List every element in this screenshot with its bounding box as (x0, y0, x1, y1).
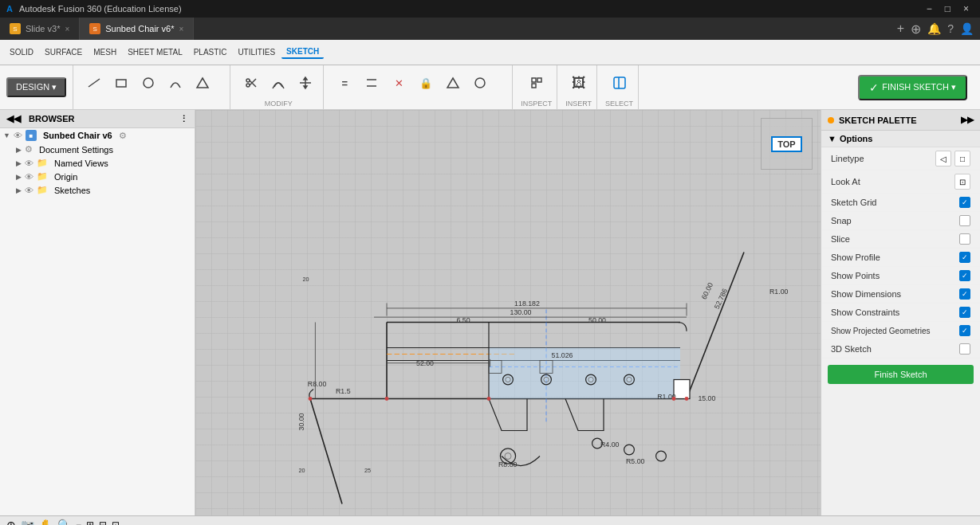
eye-icon-sketches[interactable]: 👁 (25, 186, 33, 195)
browser-item-doc-settings[interactable]: ▶ ⚙ Document Settings (0, 143, 195, 156)
constraint-lock[interactable]: 🔒 (413, 67, 439, 99)
bottom-zoomfit-icon[interactable]: − (76, 519, 81, 526)
palette-check-show-dimensions[interactable] (959, 288, 970, 300)
browser-collapse-icon[interactable]: ◀◀ (6, 113, 21, 124)
linetype-btn-2[interactable]: □ (954, 151, 970, 167)
bottom-grid2-icon[interactable]: ⊟ (99, 519, 107, 526)
insert-label: INSERT (565, 100, 592, 108)
modify-group: MODIFY (234, 65, 324, 109)
palette-check-3d-sketch[interactable] (959, 343, 970, 355)
browser-item-origin[interactable]: ▶ 👁 📁 Origin (0, 170, 195, 183)
svg-point-86 (685, 397, 689, 401)
options-collapse-icon: ▼ (828, 134, 836, 143)
tab-menu-button[interactable]: ⊕ (911, 22, 921, 37)
svg-point-18 (475, 78, 485, 88)
constraint-circle2[interactable] (467, 67, 493, 99)
move-tool[interactable] (293, 67, 318, 99)
expand-arrow-doc: ▶ (16, 146, 22, 154)
browser-item-named-views[interactable]: ▶ 👁 📁 Named Views (0, 156, 195, 170)
inspect-tool[interactable] (524, 67, 549, 99)
svg-text:R8.80: R8.80 (498, 460, 518, 468)
ribbon-solid[interactable]: SOLID (5, 46, 38, 58)
rectangle-tool[interactable] (108, 67, 134, 99)
eye-icon-views[interactable]: 👁 (25, 159, 33, 168)
browser-pin-icon[interactable]: ⋮ (179, 114, 188, 124)
ribbon-sketch[interactable]: SKETCH (281, 45, 324, 59)
constraint-equal[interactable]: = (332, 67, 357, 99)
offset-tool[interactable] (266, 67, 291, 99)
scissors-tool[interactable] (238, 67, 264, 99)
bottom-grid1-icon[interactable]: ⊞ (86, 519, 94, 526)
eye-icon-origin[interactable]: 👁 (25, 172, 33, 182)
view-cube-top-label[interactable]: TOP (771, 136, 801, 152)
palette-check-sketch-grid[interactable] (959, 197, 970, 208)
new-tab-button[interactable]: + (897, 22, 904, 36)
account-button[interactable]: 👤 (960, 22, 974, 35)
lookat-btn[interactable]: ⊡ (954, 174, 970, 190)
minimize-button[interactable]: − (922, 3, 937, 14)
sunbed-settings-icon[interactable]: ⚙ (119, 131, 127, 141)
bottom-zoom-icon[interactable]: 🔍 (57, 519, 71, 526)
line-tool[interactable] (81, 67, 107, 99)
ribbon-mesh[interactable]: MESH (89, 46, 121, 58)
view-cube[interactable]: TOP (761, 118, 813, 170)
palette-expand-icon[interactable]: ▶▶ (961, 115, 974, 125)
svg-marker-14 (304, 86, 307, 88)
palette-check-show-points[interactable] (959, 270, 970, 281)
restore-button[interactable]: □ (940, 3, 955, 14)
palette-title: SKETCH PALETTE (839, 116, 917, 125)
svg-point-89 (672, 397, 676, 401)
tab-sunbed[interactable]: S Sunbed Chair v6* × (80, 18, 194, 40)
bottom-grid3-icon[interactable]: ⊡ (112, 519, 120, 526)
expand-arrow-sunbed: ▼ (3, 131, 10, 139)
browser-item-sketches[interactable]: ▶ 👁 📁 Sketches (0, 183, 195, 197)
svg-point-87 (309, 397, 313, 401)
palette-check-show-projected[interactable] (959, 325, 970, 336)
palette-check-slice[interactable] (959, 233, 970, 245)
insert-tool[interactable]: 🖼 (566, 67, 592, 99)
browser-item-label-sunbed: Sunbed Chair v6 (43, 131, 112, 140)
ribbon-utilities[interactable]: UTILITIES (233, 46, 280, 58)
tab-sunbed-close[interactable]: × (179, 25, 184, 33)
tab-slide[interactable]: S Slide v3* × (0, 18, 80, 40)
linetype-btn-1[interactable]: ◁ (935, 151, 951, 167)
eye-icon-sunbed[interactable]: 👁 (14, 131, 22, 140)
constraint-triangle[interactable] (440, 67, 466, 99)
bottom-crosshair-icon[interactable]: ⊕ (6, 519, 16, 526)
arc-tool[interactable] (163, 67, 188, 99)
svg-text:50.00: 50.00 (588, 316, 606, 324)
finish-sketch-check-icon: ✓ (869, 81, 879, 94)
bottom-camera-icon[interactable]: 📷 (21, 519, 34, 526)
palette-finish-sketch-button[interactable]: Finish Sketch (828, 365, 974, 384)
tab-sunbed-label: Sunbed Chair v6* (105, 24, 174, 33)
app-logo: A (6, 4, 13, 14)
finish-sketch-wrapper: ✓ FINISH SKETCH ▾ (858, 75, 974, 100)
bottom-pan-icon[interactable]: ✋ (39, 519, 53, 526)
palette-check-snap[interactable] (959, 215, 970, 226)
palette-row-slice: Slice (821, 230, 980, 249)
browser-item-sunbed[interactable]: ▼ 👁 ■ Sunbed Chair v6 ⚙ (0, 128, 195, 143)
tab-slide-close[interactable]: × (65, 25, 69, 33)
select-tool[interactable] (607, 67, 632, 99)
palette-check-show-constraints[interactable] (959, 307, 970, 318)
constraint-x[interactable]: ✕ (386, 67, 411, 99)
svg-point-85 (385, 397, 389, 401)
finish-sketch-button[interactable]: ✓ FINISH SKETCH ▾ (858, 75, 967, 100)
close-button[interactable]: × (958, 3, 974, 14)
circle-tool[interactable] (136, 67, 161, 99)
insert-group: 🖼 INSERT (561, 65, 597, 109)
polygon-tool[interactable] (190, 67, 215, 99)
constraint-parallel[interactable] (359, 67, 384, 99)
palette-check-show-profile[interactable] (959, 252, 970, 263)
expand-arrow-views: ▶ (16, 159, 22, 167)
svg-text:20: 20 (302, 276, 309, 283)
ribbon-plastic[interactable]: PLASTIC (189, 46, 232, 58)
design-button[interactable]: DESIGN ▾ (6, 77, 66, 97)
svg-text:20: 20 (299, 467, 305, 474)
ribbon-sheet-metal[interactable]: SHEET METAL (123, 46, 187, 58)
palette-options-header[interactable]: ▼ Options (821, 131, 980, 147)
notification-button[interactable]: 🔔 (927, 22, 941, 35)
palette-show-projected-label: Show Projected Geometries (831, 327, 959, 335)
ribbon-surface[interactable]: SURFACE (40, 46, 87, 58)
help-button[interactable]: ? (947, 22, 954, 35)
